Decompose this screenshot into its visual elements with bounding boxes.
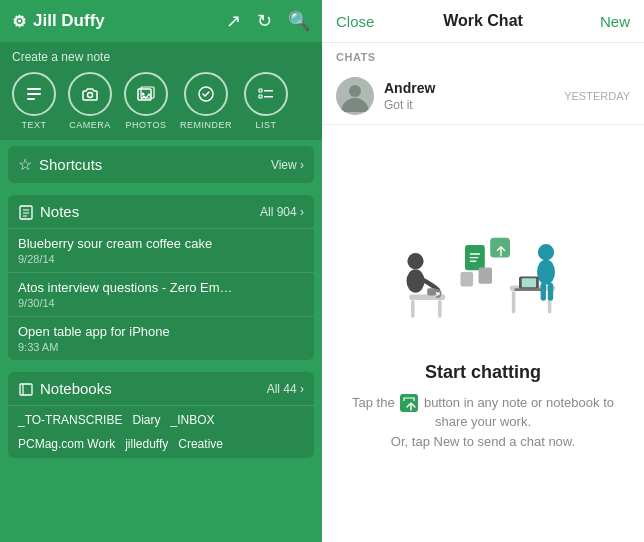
svg-point-29 (537, 259, 555, 284)
username-label: Jill Duffy (33, 11, 105, 31)
notebook-tag-0[interactable]: _TO-TRANSCRIBE (18, 413, 122, 427)
svg-rect-40 (400, 394, 418, 412)
list-icon (244, 72, 288, 116)
share-icon[interactable]: ↗ (226, 10, 241, 32)
photos-icon (124, 72, 168, 116)
note-title-2: Open table app for iPhone (18, 324, 304, 339)
create-list-button[interactable]: LIST (244, 72, 288, 130)
notebook-tag-4[interactable]: jilleduffy (125, 437, 168, 451)
create-reminder-button[interactable]: REMINDER (180, 72, 232, 130)
new-button[interactable]: New (580, 13, 630, 30)
text-label: TEXT (21, 120, 46, 130)
svg-rect-2 (27, 98, 35, 100)
svg-rect-31 (541, 283, 546, 301)
svg-point-19 (349, 85, 361, 97)
work-chat-title: Work Chat (386, 12, 580, 30)
notebook-tag-1[interactable]: Diary (132, 413, 160, 427)
note-item-0[interactable]: Blueberry sour cream coffee cake 9/28/14 (8, 229, 314, 273)
notes-count[interactable]: All 904 › (260, 205, 304, 219)
gear-icon[interactable]: ⚙ (12, 12, 26, 31)
notebook-tag-3[interactable]: PCMag.com Work (18, 437, 115, 451)
right-panel: Close Work Chat New CHATS Andrew Got it … (322, 0, 644, 542)
right-header: Close Work Chat New (322, 0, 644, 43)
andrew-avatar (336, 77, 374, 115)
header-icons: ↗ ↻ 🔍 (226, 10, 310, 32)
chat-preview-andrew: Got it (384, 98, 564, 112)
svg-rect-8 (259, 89, 262, 92)
svg-rect-21 (411, 300, 415, 318)
left-panel: ⚙ Jill Duffy ↗ ↻ 🔍 Create a new note TEX… (0, 0, 322, 542)
svg-rect-22 (438, 300, 442, 318)
note-date-1: 9/30/14 (18, 297, 304, 309)
note-item-1[interactable]: Atos interview questions - Zero Em… 9/30… (8, 273, 314, 317)
shortcuts-card[interactable]: ☆ Shortcuts View › (8, 146, 314, 183)
note-item-2[interactable]: Open table app for iPhone 9:33 AM (8, 317, 314, 360)
chat-info-andrew: Andrew Got it (384, 80, 564, 112)
left-header: ⚙ Jill Duffy ↗ ↻ 🔍 (0, 0, 322, 42)
note-date-2: 9:33 AM (18, 341, 304, 353)
svg-rect-0 (27, 88, 41, 90)
note-date-0: 9/28/14 (18, 253, 304, 265)
svg-rect-10 (264, 90, 273, 92)
chat-item-andrew[interactable]: Andrew Got it YESTERDAY (322, 68, 644, 125)
camera-label: CAMERA (69, 120, 111, 130)
star-icon: ☆ (18, 155, 32, 174)
notebooks-section: Notebooks All 44 › _TO-TRANSCRIBE Diary … (8, 372, 314, 458)
svg-rect-34 (515, 288, 542, 291)
svg-point-3 (88, 93, 93, 98)
notebooks-header: Notebooks All 44 › (8, 372, 314, 406)
search-icon[interactable]: 🔍 (288, 10, 310, 32)
svg-rect-11 (264, 96, 273, 98)
notebooks-tags: _TO-TRANSCRIBE Diary _INBOX PCMag.com Wo… (8, 406, 314, 458)
share-inline-icon (400, 394, 418, 412)
start-chatting-section: Start chatting Tap the button in any not… (322, 125, 644, 542)
chat-illustration (393, 216, 573, 346)
note-title-1: Atos interview questions - Zero Em… (18, 280, 304, 295)
start-chatting-title: Start chatting (425, 362, 541, 383)
svg-point-24 (407, 253, 423, 269)
notes-title: Notes (18, 203, 260, 220)
list-label: LIST (256, 120, 277, 130)
note-title-0: Blueberry sour cream coffee cake (18, 236, 304, 251)
notebook-tag-2[interactable]: _INBOX (170, 413, 214, 427)
svg-rect-16 (20, 384, 32, 395)
notes-header: Notes All 904 › (8, 195, 314, 229)
svg-point-6 (142, 93, 145, 96)
create-note-icons: TEXT CAMERA PHOTOS REMINDER (12, 72, 310, 130)
svg-rect-9 (259, 95, 262, 98)
svg-rect-32 (548, 283, 553, 301)
chat-time-andrew: YESTERDAY (564, 90, 630, 102)
create-photos-button[interactable]: PHOTOS (124, 72, 168, 130)
notebook-tag-5[interactable]: Creative (178, 437, 223, 451)
svg-point-30 (538, 244, 554, 260)
notes-section: Notes All 904 › Blueberry sour cream cof… (8, 195, 314, 360)
svg-rect-25 (427, 288, 436, 295)
refresh-icon[interactable]: ↻ (257, 10, 272, 32)
svg-rect-1 (27, 93, 41, 95)
notebooks-title: Notebooks (18, 380, 267, 397)
notebooks-count[interactable]: All 44 › (267, 382, 304, 396)
user-title: ⚙ Jill Duffy (12, 11, 226, 31)
shortcuts-label: Shortcuts (39, 156, 271, 173)
shortcuts-view-button[interactable]: View › (271, 158, 304, 172)
svg-rect-39 (461, 272, 474, 286)
chats-section-label: CHATS (322, 43, 644, 68)
photos-label: PHOTOS (126, 120, 167, 130)
svg-rect-27 (512, 291, 516, 314)
svg-rect-35 (522, 278, 536, 287)
create-note-label: Create a new note (12, 50, 310, 64)
create-camera-button[interactable]: CAMERA (68, 72, 112, 130)
chat-name-andrew: Andrew (384, 80, 564, 96)
text-icon (12, 72, 56, 116)
camera-icon (68, 72, 112, 116)
reminder-label: REMINDER (180, 120, 232, 130)
start-chatting-desc: Tap the button in any note or notebook t… (352, 393, 614, 452)
reminder-icon (184, 72, 228, 116)
close-button[interactable]: Close (336, 13, 386, 30)
create-note-section: Create a new note TEXT CAMERA PHOTOS (0, 42, 322, 140)
svg-rect-38 (479, 267, 493, 283)
create-text-button[interactable]: TEXT (12, 72, 56, 130)
